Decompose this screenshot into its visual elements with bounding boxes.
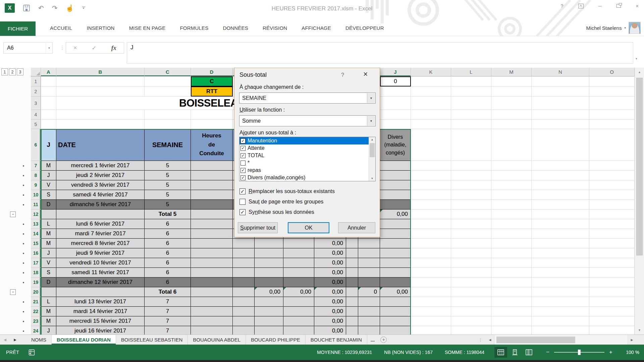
cell-O5[interactable]: [589, 120, 635, 129]
cell-N12[interactable]: [532, 209, 589, 219]
column-header-A[interactable]: A: [41, 68, 56, 76]
cell-M10[interactable]: [491, 190, 532, 200]
cell-N21[interactable]: [532, 297, 589, 307]
cell-A9[interactable]: V: [41, 180, 56, 190]
option-synth-se-sous-les-donn-es[interactable]: ✓Synthèse sous les données: [239, 207, 375, 217]
cell-H18[interactable]: 0,00: [314, 268, 346, 278]
cell-E18[interactable]: [233, 268, 255, 278]
row-header-2[interactable]: 2: [31, 86, 41, 97]
cell-B15[interactable]: mercredi 8 février 2017: [56, 239, 145, 248]
cell-I219[interactable]: [358, 278, 380, 287]
cell-L19[interactable]: [451, 278, 491, 287]
cell-B24[interactable]: jeudi 16 février 2017: [56, 326, 145, 335]
cell-I17[interactable]: [346, 258, 358, 268]
cell-C7[interactable]: 5: [145, 161, 191, 171]
cell-C9[interactable]: 5: [145, 180, 191, 190]
cell-J16[interactable]: [380, 248, 411, 258]
cell-D19[interactable]: [191, 278, 233, 287]
cell-D23[interactable]: [191, 316, 233, 326]
cell-I224[interactable]: [358, 326, 380, 335]
cell-A8[interactable]: J: [41, 171, 56, 180]
cell-D20[interactable]: [191, 287, 233, 297]
cell-D11[interactable]: [191, 200, 233, 209]
cell-K6[interactable]: [411, 129, 451, 161]
outline-level-3[interactable]: 3: [17, 68, 23, 75]
cell-I221[interactable]: [358, 297, 380, 307]
column-header-J[interactable]: J: [380, 68, 411, 76]
cell-H17[interactable]: 0,00: [314, 258, 346, 268]
column-header-C[interactable]: C: [145, 68, 191, 76]
user-avatar[interactable]: [629, 22, 641, 34]
cell-B6[interactable]: DATE: [56, 129, 145, 161]
column-header-D[interactable]: D: [191, 68, 233, 76]
cell-D5[interactable]: [191, 120, 233, 129]
scroll-right-icon[interactable]: ▶: [628, 338, 636, 342]
cell-L22[interactable]: [451, 307, 491, 316]
row-header-24[interactable]: 24: [31, 326, 41, 335]
cell-A7[interactable]: M: [41, 161, 56, 171]
cell-C24[interactable]: 7: [145, 326, 191, 335]
cell-B9[interactable]: vendredi 3 février 2017: [56, 180, 145, 190]
cell-F15[interactable]: [255, 239, 283, 248]
cell-I222[interactable]: [358, 307, 380, 316]
cell-D18[interactable]: [191, 268, 233, 278]
cell-B5[interactable]: [56, 120, 145, 129]
cell-D1[interactable]: C: [191, 76, 233, 86]
cell-J11[interactable]: [380, 200, 411, 209]
zoom-slider-thumb[interactable]: [578, 350, 581, 355]
cell-M9[interactable]: [491, 180, 532, 190]
sheet-tab-boisseleau-sebastien[interactable]: BOISSELEAU SEBASTIEN: [116, 335, 188, 345]
combo-dropdown-icon[interactable]: ▾: [367, 93, 375, 103]
cell-N17[interactable]: [532, 258, 589, 268]
cell-B22[interactable]: mardi 14 février 2017: [56, 307, 145, 316]
cell-N9[interactable]: [532, 180, 589, 190]
cell-L5[interactable]: [451, 120, 491, 129]
list-scroll-thumb[interactable]: [370, 143, 375, 157]
group-by-select[interactable]: SEMAINE ▾: [239, 93, 376, 104]
function-select[interactable]: Somme ▾: [239, 115, 376, 126]
normal-view-icon[interactable]: [494, 347, 507, 358]
cell-I215[interactable]: [358, 239, 380, 248]
cell-I218[interactable]: [358, 268, 380, 278]
cell-B17[interactable]: vendredi 10 février 2017: [56, 258, 145, 268]
cell-L12[interactable]: [451, 209, 491, 219]
help-icon[interactable]: ?: [560, 3, 563, 8]
cell-J19[interactable]: [380, 278, 411, 287]
page-break-view-icon[interactable]: [523, 347, 535, 358]
list-scrollbar[interactable]: ▲ ▼: [369, 137, 375, 181]
macro-record-icon[interactable]: [29, 349, 35, 356]
cell-K12[interactable]: [411, 209, 451, 219]
cell-A16[interactable]: J: [41, 248, 56, 258]
cell-N6[interactable]: [532, 129, 589, 161]
cell-N11[interactable]: [532, 200, 589, 209]
cell-J20[interactable]: 0,00: [380, 287, 411, 297]
cell-I217[interactable]: [358, 258, 380, 268]
cell-L4[interactable]: [451, 110, 491, 120]
list-item-checkbox[interactable]: ✓: [240, 138, 246, 143]
cell-L1[interactable]: [451, 76, 491, 86]
select-all-corner[interactable]: [31, 68, 41, 76]
cell-D22[interactable]: [191, 307, 233, 316]
cell-D21[interactable]: [191, 297, 233, 307]
cell-C21[interactable]: 7: [145, 297, 191, 307]
cell-O21[interactable]: [589, 297, 635, 307]
cell-B20[interactable]: [56, 287, 145, 297]
cell-E23[interactable]: [233, 316, 255, 326]
cell-E20[interactable]: [233, 287, 255, 297]
zoom-in-icon[interactable]: +: [608, 349, 613, 356]
row-header-16[interactable]: 16: [31, 248, 41, 258]
cell-M14[interactable]: [491, 229, 532, 239]
cell-M22[interactable]: [491, 307, 532, 316]
outline-level-2[interactable]: 2: [9, 68, 16, 75]
horizontal-scroll-thumb[interactable]: [496, 337, 575, 343]
cell-A17[interactable]: V: [41, 258, 56, 268]
cell-C13[interactable]: 6: [145, 219, 191, 229]
cell-L17[interactable]: [451, 258, 491, 268]
name-box[interactable]: A6 ▾: [3, 42, 53, 54]
cell-E21[interactable]: [233, 297, 255, 307]
cell-A19[interactable]: D: [41, 278, 56, 287]
formula-bar-expand-icon[interactable]: ▾: [636, 57, 637, 60]
option-saut-de-page-entre-les-groupes[interactable]: Saut de page entre les groupes: [239, 196, 375, 207]
cell-J23[interactable]: [380, 316, 411, 326]
cell-K2[interactable]: [411, 86, 451, 97]
